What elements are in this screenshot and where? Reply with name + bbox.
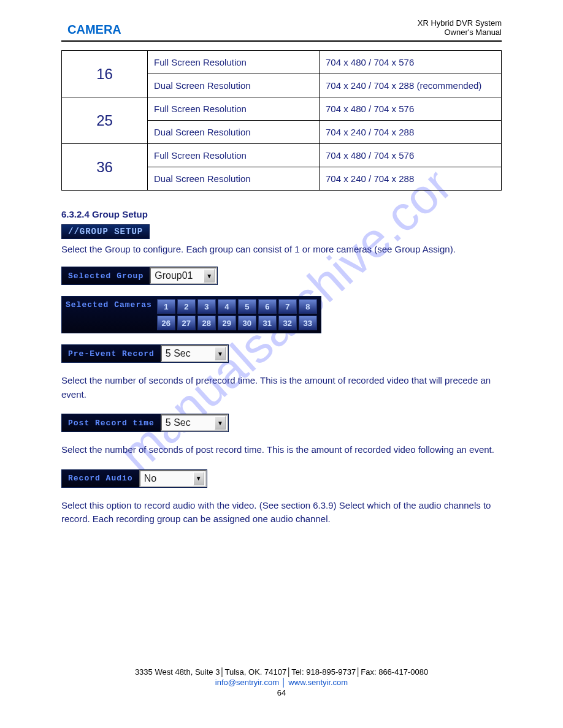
pre-event-record-value: 5 Sec: [166, 348, 212, 359]
camera-row: 1 2 3 4 5 6 7 8: [157, 299, 317, 314]
cell-res: 704 x 240 / 704 x 288 (recommended): [320, 74, 502, 97]
post-record-time-label: Post Record time: [62, 414, 161, 431]
resolution-table: 16 Full Screen Resolution 704 x 480 / 70…: [61, 50, 502, 191]
chevron-down-icon[interactable]: ▼: [215, 347, 226, 360]
selected-group-label: Selected Group: [62, 267, 150, 284]
camera-cell[interactable]: 32: [278, 316, 297, 330]
pre-event-record-label: Pre-Event Record: [62, 345, 161, 362]
cell-mode: Dual Screen Resolution: [148, 167, 320, 191]
header-rule: [61, 40, 502, 42]
chevron-down-icon[interactable]: ▼: [193, 472, 204, 485]
camera-cell[interactable]: 6: [258, 299, 277, 314]
camera-cell[interactable]: 33: [299, 316, 317, 330]
section-header: CAMERA: [67, 23, 121, 37]
camera-cell[interactable]: 4: [218, 299, 236, 314]
footer-links: info@sentryir.com │ www.sentyir.com: [0, 678, 563, 687]
group-setup-desc: Select the Group to configure. Each grou…: [61, 243, 502, 256]
cell-camera-count: 25: [62, 97, 148, 144]
doc-owner: Owner's Manual: [418, 28, 502, 37]
record-audio-value: No: [144, 473, 191, 484]
record-audio-field: Record Audio No ▼: [61, 469, 207, 488]
camera-cell[interactable]: 2: [177, 299, 196, 314]
cell-mode: Full Screen Resolution: [148, 97, 320, 121]
group-setup-banner: //GROUP SETUP: [61, 224, 502, 239]
record-audio-label: Record Audio: [62, 470, 139, 487]
camera-cell[interactable]: 30: [238, 316, 256, 330]
cell-camera-count: 36: [62, 144, 148, 191]
post-record-time-dropdown[interactable]: 5 Sec ▼: [161, 414, 228, 431]
subsection-title: 6.3.2.4 Group Setup: [61, 209, 502, 219]
cell-res: 704 x 480 / 704 x 576: [320, 144, 502, 167]
record-audio-desc: Select this option to record audio with …: [61, 499, 502, 526]
selected-cameras-label: Selected Cameras: [66, 299, 152, 309]
camera-cell[interactable]: 27: [177, 316, 196, 330]
record-audio-dropdown[interactable]: No ▼: [139, 470, 207, 487]
page-footer: 3335 West 48th, Suite 3│Tulsa, OK. 74107…: [0, 667, 563, 697]
cell-res: 704 x 240 / 704 x 288: [320, 121, 502, 144]
camera-cell[interactable]: 3: [197, 299, 216, 314]
footer-contact: 3335 West 48th, Suite 3│Tulsa, OK. 74107…: [0, 667, 563, 677]
camera-cell[interactable]: 5: [238, 299, 256, 314]
selected-cameras-block: Selected Cameras 1 2 3 4 5 6 7 8: [61, 296, 321, 333]
camera-cell[interactable]: 1: [157, 299, 175, 314]
pre-event-record-dropdown[interactable]: 5 Sec ▼: [161, 345, 228, 362]
selected-group-dropdown[interactable]: Group01 ▼: [150, 267, 217, 284]
chevron-down-icon[interactable]: ▼: [215, 416, 226, 430]
cell-mode: Dual Screen Resolution: [148, 121, 320, 144]
table-row: 25 Full Screen Resolution 704 x 480 / 70…: [62, 97, 502, 121]
selected-group-value: Group01: [155, 270, 201, 281]
selected-group-field: Selected Group Group01 ▼: [61, 267, 218, 285]
camera-cell[interactable]: 28: [197, 316, 216, 330]
footer-page-number: 64: [0, 688, 563, 697]
post-record-time-desc: Select the number of seconds of post rec…: [61, 443, 502, 457]
doc-title-block: XR Hybrid DVR System Owner's Manual: [418, 18, 502, 37]
cell-camera-count: 16: [62, 51, 148, 97]
cell-res: 704 x 480 / 704 x 576: [320, 51, 502, 74]
table-row: 16 Full Screen Resolution 704 x 480 / 70…: [62, 51, 502, 74]
post-record-time-value: 5 Sec: [166, 417, 212, 428]
camera-cell[interactable]: 31: [258, 316, 277, 330]
camera-cell[interactable]: 26: [157, 316, 175, 330]
cell-mode: Full Screen Resolution: [148, 51, 320, 74]
post-record-time-field: Post Record time 5 Sec ▼: [61, 414, 229, 432]
camera-cell[interactable]: 8: [299, 299, 317, 314]
pre-event-record-field: Pre-Event Record 5 Sec ▼: [61, 344, 229, 363]
cell-res: 704 x 480 / 704 x 576: [320, 97, 502, 121]
table-row: 36 Full Screen Resolution 704 x 480 / 70…: [62, 144, 502, 167]
cell-mode: Dual Screen Resolution: [148, 74, 320, 97]
camera-cell[interactable]: 7: [278, 299, 297, 314]
chevron-down-icon[interactable]: ▼: [204, 269, 215, 282]
camera-cell[interactable]: 29: [218, 316, 236, 330]
camera-row: 26 27 28 29 30 31 32 33: [157, 316, 317, 330]
cell-mode: Full Screen Resolution: [148, 144, 320, 167]
cell-res: 704 x 240 / 704 x 288: [320, 167, 502, 191]
page-header: CAMERA XR Hybrid DVR System Owner's Manu…: [61, 18, 502, 37]
pre-event-record-desc: Select the number of seconds of prerecor…: [61, 374, 502, 401]
doc-name: XR Hybrid DVR System: [418, 18, 502, 28]
